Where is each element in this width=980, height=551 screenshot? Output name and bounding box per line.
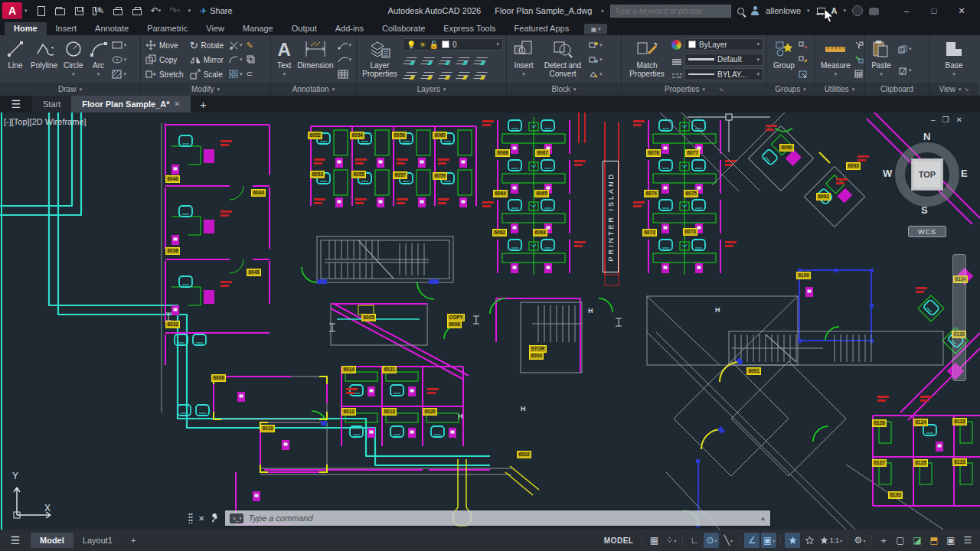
match-properties-button[interactable]: Match Properties xyxy=(625,37,669,83)
ribbon-tab-manage[interactable]: Manage xyxy=(234,22,283,35)
color-wheel-icon[interactable] xyxy=(671,40,681,50)
ribbon-tab-home[interactable]: Home xyxy=(5,22,47,35)
tab-close-icon[interactable]: ✕ xyxy=(175,100,181,108)
line-button[interactable]: Line xyxy=(3,37,28,83)
ribbon-tab-add-ins[interactable]: Add-ins xyxy=(326,22,373,35)
lineweight-icon[interactable] xyxy=(671,59,682,65)
ribbon-tab-featured-apps[interactable]: Featured Apps xyxy=(505,22,579,35)
drawing-minimize-icon[interactable]: – xyxy=(931,116,936,124)
annotation-autoscale-icon[interactable] xyxy=(802,533,817,548)
group-button[interactable]: Group xyxy=(770,37,798,83)
ellipse-tool-icon[interactable]: ▾ xyxy=(112,54,127,65)
multileader-tool-icon[interactable]: ▾ xyxy=(338,54,352,65)
drawing-canvas[interactable]: H H H H xyxy=(0,112,980,530)
isodraft-icon[interactable]: ╲▾ xyxy=(720,533,736,548)
linetype-icon[interactable] xyxy=(671,73,682,80)
search-input[interactable] xyxy=(614,7,727,15)
polar-tracking-icon[interactable]: ⊙▾ xyxy=(704,533,719,548)
layer-unisolate-icon[interactable] xyxy=(420,72,435,80)
polyline-button[interactable]: Polyline xyxy=(28,37,60,83)
username[interactable]: allenlowe xyxy=(766,6,801,15)
layout1-tab[interactable]: Layout1 xyxy=(74,533,122,548)
trim-tool-icon[interactable]: ▾✎ xyxy=(229,40,256,51)
table-tool-icon[interactable] xyxy=(338,68,352,80)
compass-east[interactable]: E xyxy=(961,168,968,179)
user-avatar-icon[interactable] xyxy=(750,6,760,15)
linetype-dropdown[interactable]: BYLAY...▾ xyxy=(684,68,763,80)
workspace-switch-button[interactable]: ▣▾ xyxy=(584,24,607,34)
save-icon[interactable] xyxy=(74,5,86,17)
save-as-icon[interactable]: ✎ xyxy=(93,5,105,17)
layer-dropdown[interactable]: 💡 ☀ 🔓 0 ▾ xyxy=(403,38,503,51)
command-customize-wrench-icon[interactable] xyxy=(210,514,220,523)
ribbon-tab-insert[interactable]: Insert xyxy=(47,22,87,35)
copy-button[interactable]: Copy xyxy=(145,54,184,66)
layer-match-icon[interactable] xyxy=(472,57,488,66)
detect-convert-button[interactable]: Detect and Convert xyxy=(539,37,586,83)
properties-launcher-icon[interactable]: ⇘ xyxy=(719,86,724,93)
block-attrib-icon[interactable]: ▾ xyxy=(589,54,603,65)
tab-start[interactable]: Start xyxy=(32,96,71,112)
group-select-icon[interactable] xyxy=(799,68,808,80)
wcs-dropdown[interactable]: WCS xyxy=(908,226,946,237)
annotation-scale-icon[interactable]: 1:1▾ xyxy=(818,533,844,548)
workspace-settings-icon[interactable]: ⚙▾ xyxy=(852,533,867,548)
cut-clip-icon[interactable]: ▾ xyxy=(898,65,912,77)
open-file-icon[interactable] xyxy=(54,5,67,17)
quick-select-icon[interactable] xyxy=(854,40,864,51)
graphics-performance-icon[interactable]: ◪ xyxy=(910,533,925,548)
circle-button[interactable]: Circle ▾ xyxy=(60,37,87,83)
object-snap-icon[interactable]: ▣▾ xyxy=(761,533,776,548)
search-icon[interactable] xyxy=(737,8,744,15)
stretch-button[interactable]: Stretch xyxy=(145,68,184,80)
paste-button[interactable]: Paste▾ xyxy=(868,37,894,83)
new-drawing-tab-button[interactable]: + xyxy=(191,96,216,112)
compass-north[interactable]: N xyxy=(923,131,930,142)
assistant-icon[interactable] xyxy=(852,5,863,16)
measure-button[interactable]: Measure▾ xyxy=(818,37,854,83)
panel-label-modify[interactable]: Modify▾ xyxy=(141,83,270,96)
panel-label-utilities[interactable]: Utilities▾ xyxy=(815,83,864,96)
dimension-button[interactable]: Dimension xyxy=(294,37,336,83)
feedback-icon[interactable] xyxy=(869,8,879,15)
viewport-controls-label[interactable]: [-][Top][2D Wireframe] xyxy=(4,117,87,126)
object-color-dropdown[interactable]: ByLayer▾ xyxy=(684,38,763,51)
minimize-button[interactable]: – xyxy=(893,6,920,15)
tab-floor-plan-sample[interactable]: Floor Plan Sample_A* ✕ xyxy=(71,96,191,112)
drawing-close-icon[interactable]: ✕ xyxy=(956,116,962,124)
customization-icon[interactable]: ☰ xyxy=(960,533,975,548)
text-button[interactable]: A Text▾ xyxy=(274,37,294,83)
search-field[interactable] xyxy=(610,5,731,18)
search-collapse-icon[interactable]: ▸ xyxy=(602,8,605,14)
rectangle-tool-icon[interactable]: ▾ xyxy=(112,40,127,51)
snap-toggle-icon[interactable]: ⁘▾ xyxy=(663,533,678,548)
annotation-monitor-icon[interactable]: ＋ xyxy=(876,533,891,548)
copy-clip-icon[interactable]: ▾ xyxy=(898,44,912,55)
drawing-restore-icon[interactable]: ❐ xyxy=(942,116,949,124)
panel-label-groups[interactable]: Groups▾ xyxy=(767,83,814,96)
undo-icon[interactable]: ↶▾ xyxy=(150,5,162,17)
new-file-icon[interactable] xyxy=(35,5,47,17)
hatch-tool-icon[interactable]: ▾ xyxy=(112,68,127,80)
isolate-objects-icon[interactable]: ▢ xyxy=(893,533,908,548)
maximize-button[interactable]: □ xyxy=(920,6,948,15)
grid-toggle-icon[interactable]: ▦ xyxy=(646,533,662,548)
qat-customize-icon[interactable]: ▾ xyxy=(188,8,191,14)
plot-icon[interactable] xyxy=(112,5,124,17)
block-edit-icon[interactable]: ▾ xyxy=(589,40,603,51)
layer-thaw-all-icon[interactable] xyxy=(437,72,452,80)
panel-label-layers[interactable]: Layers▾ xyxy=(357,83,506,96)
command-input[interactable]: Type a command xyxy=(248,514,755,523)
command-line-bar[interactable]: >_▾ Type a command ▲ xyxy=(225,510,770,526)
ungroup-icon[interactable] xyxy=(799,40,808,51)
block-define-icon[interactable]: ▾ xyxy=(589,68,603,80)
application-menu-button[interactable]: A xyxy=(2,2,22,19)
ribbon-tab-view[interactable]: View xyxy=(197,22,234,35)
group-edit-icon[interactable] xyxy=(799,54,808,65)
share-button[interactable]: ✈ Share xyxy=(200,6,233,16)
layout-menu-icon[interactable]: ☰ xyxy=(0,534,31,546)
array-tool-icon[interactable]: ▾⊂ xyxy=(229,68,256,80)
base-button[interactable]: Base▾ xyxy=(940,37,968,83)
move-button[interactable]: Move xyxy=(145,39,184,51)
mirror-button[interactable]: Mirror xyxy=(190,54,224,66)
